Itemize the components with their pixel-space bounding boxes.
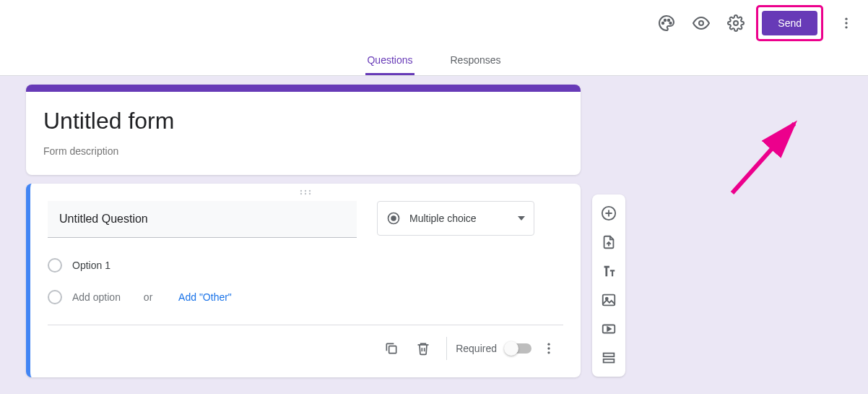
tab-responses[interactable]: Responses bbox=[449, 46, 503, 75]
svg-point-20 bbox=[547, 351, 550, 354]
radio-outline-icon bbox=[48, 290, 62, 304]
question-card[interactable]: Multiple choice Option 1 Add option or bbox=[26, 184, 581, 377]
svg-point-4 bbox=[699, 21, 703, 25]
svg-point-19 bbox=[547, 347, 550, 349]
tab-questions[interactable]: Questions bbox=[365, 46, 414, 75]
palette-icon[interactable] bbox=[652, 9, 681, 38]
side-toolbar bbox=[592, 194, 625, 377]
option-row[interactable]: Option 1 bbox=[48, 258, 563, 273]
or-label: or bbox=[144, 291, 152, 303]
option-text[interactable]: Option 1 bbox=[72, 260, 110, 271]
svg-point-0 bbox=[662, 22, 664, 24]
canvas: Multiple choice Option 1 Add option or bbox=[0, 76, 868, 394]
duplicate-button[interactable] bbox=[377, 334, 406, 363]
add-option-label[interactable]: Add option bbox=[72, 291, 121, 303]
question-title-input[interactable] bbox=[48, 201, 357, 238]
form-description-input[interactable] bbox=[43, 145, 563, 157]
svg-point-14 bbox=[309, 193, 311, 194]
topbar: Send bbox=[0, 0, 868, 46]
svg-rect-17 bbox=[389, 346, 396, 354]
radio-checked-icon bbox=[386, 211, 401, 226]
add-title-button[interactable] bbox=[594, 257, 623, 286]
required-label: Required bbox=[456, 343, 497, 354]
add-video-button[interactable] bbox=[594, 314, 623, 343]
divider bbox=[446, 337, 447, 360]
svg-point-18 bbox=[547, 343, 550, 346]
svg-rect-22 bbox=[603, 295, 615, 306]
svg-point-7 bbox=[845, 22, 847, 24]
question-type-select[interactable]: Multiple choice bbox=[377, 201, 534, 236]
question-footer: Required bbox=[48, 325, 563, 372]
svg-point-2 bbox=[668, 20, 669, 21]
drag-handle-icon[interactable] bbox=[30, 184, 581, 201]
delete-button[interactable] bbox=[409, 334, 438, 363]
settings-icon[interactable] bbox=[721, 9, 750, 38]
more-vert-icon[interactable] bbox=[832, 9, 861, 38]
tabs: Questions Responses bbox=[0, 46, 868, 76]
svg-point-16 bbox=[391, 215, 396, 221]
question-type-label: Multiple choice bbox=[409, 213, 509, 224]
add-option-row: Add option or Add "Other" bbox=[48, 290, 563, 304]
radio-outline-icon bbox=[48, 258, 62, 273]
caret-down-icon bbox=[518, 216, 525, 220]
svg-rect-26 bbox=[604, 359, 615, 363]
svg-point-10 bbox=[305, 190, 306, 192]
svg-point-5 bbox=[734, 21, 738, 25]
import-questions-button[interactable] bbox=[594, 228, 623, 257]
form-title-input[interactable] bbox=[43, 108, 563, 134]
required-toggle[interactable] bbox=[505, 343, 531, 354]
send-button-highlight: Send bbox=[756, 5, 823, 41]
svg-point-9 bbox=[300, 190, 302, 192]
add-other-button[interactable]: Add "Other" bbox=[178, 291, 232, 303]
send-button[interactable]: Send bbox=[762, 11, 817, 35]
svg-point-8 bbox=[845, 26, 847, 28]
svg-line-27 bbox=[732, 124, 794, 193]
svg-point-1 bbox=[664, 20, 666, 21]
add-image-button[interactable] bbox=[594, 286, 623, 314]
svg-point-12 bbox=[300, 193, 302, 194]
form-header-card[interactable] bbox=[26, 85, 581, 175]
add-section-button[interactable] bbox=[594, 343, 623, 372]
svg-point-3 bbox=[670, 22, 672, 24]
preview-icon[interactable] bbox=[687, 9, 716, 38]
svg-rect-25 bbox=[604, 354, 615, 357]
question-more-icon[interactable] bbox=[534, 334, 563, 363]
add-question-button[interactable] bbox=[594, 199, 623, 228]
svg-point-6 bbox=[845, 18, 847, 20]
svg-point-13 bbox=[305, 193, 306, 194]
svg-point-11 bbox=[309, 190, 311, 192]
annotation-arrow bbox=[725, 114, 812, 200]
